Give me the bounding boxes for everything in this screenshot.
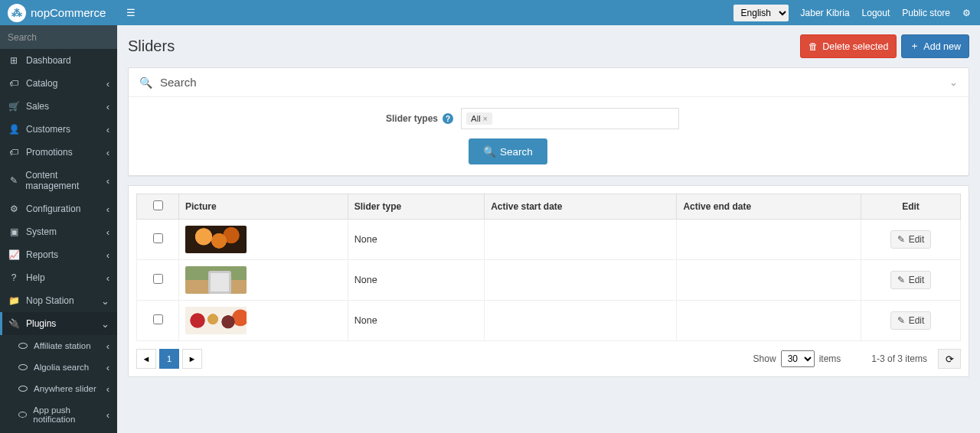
- col-active-end: Active end date: [677, 194, 861, 220]
- sidebar-item-customers[interactable]: 👤Customers: [0, 118, 117, 141]
- nav-right: English Jaber Kibria Logout Public store…: [733, 5, 980, 21]
- sidebar-item-label: Customers: [26, 124, 70, 135]
- sidebar-sub-label: App push notification: [33, 405, 109, 424]
- sidebar-sub-affiliate-station[interactable]: Affiliate station: [0, 335, 117, 356]
- user-link[interactable]: Jaber Kibria: [801, 8, 850, 18]
- page-size-select[interactable]: 30: [781, 350, 815, 367]
- sidebar-search[interactable]: 🔍: [0, 25, 117, 49]
- sidebar-item-help[interactable]: ?Help: [0, 266, 117, 289]
- add-new-button[interactable]: ＋ Add new: [901, 34, 969, 58]
- page-title: Sliders: [128, 37, 175, 55]
- sidebar-item-system[interactable]: ▣System: [0, 220, 117, 243]
- menu-icon: 📈: [8, 249, 20, 260]
- row-checkbox[interactable]: [153, 314, 163, 324]
- pencil-icon: ✎: [897, 315, 905, 326]
- sidebar-item-dashboard[interactable]: ⊞Dashboard: [0, 49, 117, 72]
- trash-icon: 🗑: [808, 41, 818, 52]
- edit-label: Edit: [909, 275, 925, 285]
- show-label: Show: [753, 353, 776, 364]
- sidebar-sub-app-push-notification[interactable]: App push notification: [0, 399, 117, 430]
- sidebar-item-label: Reports: [26, 249, 58, 260]
- sidebar-item-plugins[interactable]: 🔌Plugins: [0, 312, 117, 335]
- select-all-checkbox[interactable]: [153, 200, 163, 210]
- sidebar-sub-algolia-search[interactable]: Algolia search: [0, 356, 117, 378]
- sidebar-item-nop-station[interactable]: 📁Nop Station: [0, 289, 117, 312]
- slider-types-row: Slider types ? All ×: [139, 108, 958, 129]
- sidebar-sub-anywhere-slider[interactable]: Anywhere slider: [0, 378, 117, 399]
- slider-types-label: Slider types: [386, 113, 438, 124]
- page-size-wrap: Show 30 items: [753, 350, 841, 367]
- slider-thumbnail: [185, 266, 247, 294]
- sidebar-sub-bkash-payment[interactable]: bKash payment: [0, 430, 117, 433]
- settings-icon[interactable]: ⚙: [962, 8, 971, 18]
- pager-prev[interactable]: ◄: [136, 349, 156, 369]
- sidebar-item-reports[interactable]: 📈Reports: [0, 243, 117, 266]
- sidebar: 🔍 ⊞Dashboard🏷Catalog🛒Sales👤Customers🏷Pro…: [0, 25, 117, 433]
- sidebar-item-sales[interactable]: 🛒Sales: [0, 95, 117, 118]
- pencil-icon: ✎: [897, 234, 905, 245]
- logo-icon: ⁂: [8, 4, 26, 22]
- edit-button[interactable]: ✎ Edit: [890, 230, 932, 249]
- brand-text: nopCommerce: [31, 6, 106, 19]
- pager-page-1[interactable]: 1: [159, 349, 179, 369]
- table-row: None✎ Edit: [137, 220, 961, 260]
- sidebar-item-label: Nop Station: [26, 295, 74, 306]
- search-button-label: Search: [500, 146, 533, 158]
- col-active-start: Active start date: [485, 194, 677, 220]
- cell-active-end: [677, 260, 861, 301]
- help-icon[interactable]: ?: [443, 113, 453, 124]
- logo[interactable]: ⁂ nopCommerce: [0, 0, 117, 25]
- sidebar-item-catalog[interactable]: 🏷Catalog: [0, 72, 117, 95]
- row-checkbox[interactable]: [153, 274, 163, 284]
- items-label: items: [819, 353, 841, 364]
- pager-next[interactable]: ►: [182, 349, 202, 369]
- sidebar-item-label: Help: [26, 272, 45, 283]
- sidebar-item-label: Dashboard: [26, 55, 71, 66]
- search-panel-header[interactable]: 🔍 Search ⌄: [129, 68, 969, 97]
- row-checkbox[interactable]: [153, 233, 163, 243]
- add-new-label: Add new: [923, 41, 961, 52]
- public-store-link[interactable]: Public store: [902, 8, 950, 18]
- sidebar-sub-label: Affiliate station: [34, 341, 91, 350]
- plus-icon: ＋: [910, 40, 920, 53]
- cell-active-start: [485, 220, 677, 260]
- circle-icon: [18, 343, 28, 349]
- sidebar-item-configuration[interactable]: ⚙Configuration: [0, 197, 117, 220]
- sidebar-sub-label: Anywhere slider: [34, 384, 96, 393]
- menu-icon: 🏷: [8, 78, 20, 89]
- search-panel-body: Slider types ? All × 🔍 Search: [129, 97, 969, 175]
- edit-button[interactable]: ✎ Edit: [890, 311, 932, 330]
- col-edit: Edit: [861, 194, 961, 220]
- sidebar-item-content-management[interactable]: ✎Content management: [0, 164, 117, 197]
- edit-label: Edit: [909, 234, 925, 245]
- sidebar-toggle[interactable]: ☰: [117, 7, 145, 18]
- sidebar-item-label: Promotions: [26, 147, 73, 158]
- search-icon: 🔍: [483, 145, 496, 158]
- sidebar-item-label: Sales: [26, 101, 49, 112]
- edit-button[interactable]: ✎ Edit: [890, 271, 932, 289]
- sidebar-item-label: Plugins: [26, 318, 56, 329]
- sidebar-search-input[interactable]: [8, 32, 117, 43]
- menu-icon: 📁: [8, 295, 20, 306]
- menu-icon: ▣: [8, 226, 20, 237]
- sliders-table: Picture Slider type Active start date Ac…: [136, 194, 961, 341]
- delete-selected-button[interactable]: 🗑 Delete selected: [800, 34, 897, 58]
- menu-icon: 👤: [8, 124, 20, 135]
- sidebar-item-promotions[interactable]: 🏷Promotions: [0, 141, 117, 164]
- menu-icon: 🔌: [8, 318, 20, 329]
- menu-icon: ?: [8, 272, 20, 283]
- language-select[interactable]: English: [733, 5, 789, 21]
- slider-types-label-wrap: Slider types ?: [139, 113, 461, 124]
- slider-types-input[interactable]: All ×: [461, 108, 679, 129]
- search-button[interactable]: 🔍 Search: [469, 138, 547, 164]
- slider-thumbnail: [185, 307, 247, 334]
- tag-remove-icon[interactable]: ×: [483, 115, 488, 123]
- content: Sliders 🗑 Delete selected ＋ Add new 🔍 Se…: [117, 25, 980, 433]
- cell-slider-type: None: [348, 301, 484, 341]
- refresh-button[interactable]: ⟳: [938, 349, 961, 369]
- logout-link[interactable]: Logout: [862, 8, 890, 18]
- sidebar-item-label: Content management: [25, 170, 109, 191]
- sidebar-item-label: System: [26, 226, 57, 237]
- items-info: 1-3 of 3 items: [871, 353, 927, 364]
- slider-types-tag-all[interactable]: All ×: [466, 112, 492, 125]
